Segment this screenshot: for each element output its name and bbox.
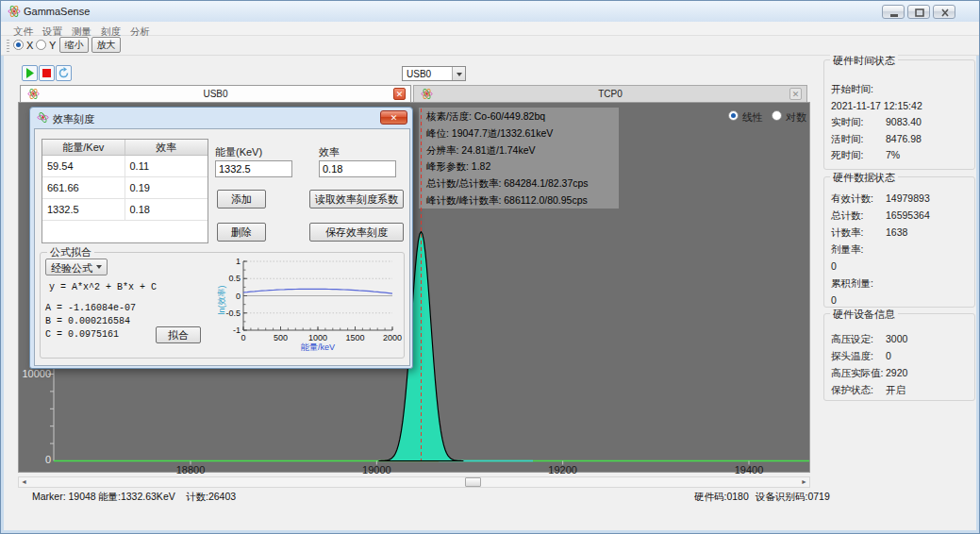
status-label: 总计数:: [831, 209, 863, 223]
status-value: 3000: [886, 333, 907, 344]
status-device-code: 设备识别码:0719: [756, 491, 830, 504]
status-row: 高压实际值:2920: [824, 367, 974, 384]
minimize-button[interactable]: [882, 5, 905, 19]
stop-button[interactable]: [39, 65, 55, 81]
status-row: 高压设定:3000: [824, 333, 974, 350]
cell: 0.19: [125, 177, 208, 198]
tab-tcp0-label: TCP0: [414, 89, 806, 99]
status-energy: 能量:1332.63KeV: [98, 491, 175, 504]
status-row: 计数率:1638: [824, 226, 974, 243]
group-title: 硬件设备信息: [830, 308, 898, 322]
stop-icon: [40, 66, 54, 80]
zoom-in-button[interactable]: 放大: [91, 37, 121, 53]
status-label: 0: [831, 294, 837, 306]
axis-x-label: X: [26, 40, 33, 51]
cell: 59.54: [42, 156, 125, 176]
svg-text:0: 0: [236, 292, 241, 301]
scale-linear-radio[interactable]: [728, 110, 739, 121]
delete-button[interactable]: 删除: [217, 223, 266, 242]
table-row-0[interactable]: 59.540.11: [42, 156, 208, 177]
status-row: 0: [824, 260, 974, 277]
status-hw-code: 硬件码:0180: [694, 491, 749, 504]
save-calibration-button[interactable]: 保存效率刻度: [309, 223, 404, 242]
tab-usb0[interactable]: USB0 ✕: [20, 85, 411, 102]
refresh-button[interactable]: [56, 65, 72, 81]
tab-tcp0[interactable]: TCP0 ✕: [413, 85, 807, 102]
scrollbar-thumb[interactable]: [465, 477, 481, 487]
overlay-line-0: 核素/活度: Co-60/449.82bq: [419, 108, 619, 125]
overlay-line-3: 峰形参数: 1.82: [419, 158, 619, 175]
table-row-1[interactable]: 661.660.19: [42, 177, 208, 199]
status-label: 剂量率:: [831, 243, 863, 257]
tab-tcp0-close-icon[interactable]: ✕: [789, 88, 802, 100]
dialog-close-button[interactable]: ✕: [380, 110, 407, 125]
toolbar: X Y 缩小 放大: [1, 36, 979, 56]
status-label: 高压设定:: [831, 333, 873, 346]
peak-info-overlay: 核素/活度: Co-60/449.82bq峰位: 19047.7道/1332.6…: [419, 108, 619, 209]
energy-input-label: 能量(KeV): [215, 145, 262, 159]
toolbar-grip: [7, 40, 9, 52]
window-border-right: [976, 22, 979, 531]
device-select[interactable]: USB0: [402, 66, 466, 81]
svg-text:2000: 2000: [383, 333, 402, 342]
status-label: 死时间:: [831, 149, 863, 162]
tab-usb0-close-icon[interactable]: ✕: [393, 88, 406, 100]
read-coefficients-button[interactable]: 读取效率刻度系数: [309, 190, 404, 209]
formula-type-select[interactable]: 经验公式: [45, 259, 108, 275]
app-icon: [8, 5, 21, 18]
scale-log-label: 对数: [786, 110, 806, 125]
svg-text:0.5: 0.5: [228, 274, 241, 283]
horizontal-scrollbar[interactable]: ◄ ►: [18, 476, 810, 488]
cell: 1332.5: [42, 199, 125, 220]
overlay-line-4: 总计数/总计数率: 684284.1/82.37cps: [419, 175, 619, 192]
overlay-line-1: 峰位: 19047.7道/1332.61keV: [419, 125, 619, 142]
axis-y-radio[interactable]: [36, 40, 46, 50]
col-efficiency: 效率: [125, 140, 208, 155]
dialog-title: 效率刻度: [53, 112, 94, 126]
play-icon: [23, 66, 37, 80]
coef-c: C = 0.0975161: [45, 329, 119, 340]
svg-text:1000: 1000: [308, 333, 327, 342]
window-title: GammaSense: [24, 6, 90, 17]
svg-text:能量/keV: 能量/keV: [301, 342, 335, 352]
fit-button[interactable]: 拟合: [156, 326, 201, 343]
zoom-out-button[interactable]: 缩小: [59, 37, 89, 53]
status-value: 2920: [886, 367, 907, 378]
svg-text:1500: 1500: [345, 333, 364, 342]
cell: 661.66: [42, 177, 125, 198]
status-row: 剂量率:: [824, 243, 974, 260]
calibration-table-header: 能量/Kev 效率: [42, 140, 208, 156]
status-row: 总计数:16595364: [824, 209, 974, 226]
window-border-bottom: [1, 530, 979, 533]
scroll-right-arrow-icon[interactable]: ►: [799, 477, 809, 487]
scroll-left-arrow-icon[interactable]: ◄: [19, 477, 29, 487]
chevron-down-icon: [452, 67, 465, 80]
status-count: 计数:26403: [186, 491, 236, 504]
status-value: 1638: [886, 226, 907, 238]
menubar: 文件设置测量刻度分析: [1, 22, 979, 36]
maximize-button[interactable]: [907, 5, 930, 19]
status-value: 9083.40: [886, 116, 922, 127]
status-label: 高压实际值:: [831, 367, 883, 380]
scale-log-radio[interactable]: [772, 110, 782, 121]
start-button[interactable]: [22, 65, 38, 81]
titlebar: GammaSense: [1, 1, 979, 22]
svg-text:500: 500: [274, 333, 288, 342]
status-row: 保护状态:开启: [824, 384, 974, 401]
status-row: 累积剂量:: [824, 277, 974, 294]
formula-fit-group-label: 公式拟合: [47, 245, 94, 259]
efficiency-calibration-dialog[interactable]: 效率刻度 ✕ 能量/Kev 效率 59.540.11661.660.191332…: [29, 107, 413, 369]
y-tick-0: 0: [21, 454, 51, 465]
energy-input[interactable]: [215, 160, 292, 177]
overlay-line-2: 分辨率: 24.81道/1.74keV: [419, 142, 619, 159]
add-button[interactable]: 添加: [217, 190, 266, 209]
calibration-table[interactable]: 能量/Kev 效率 59.540.11661.660.191332.50.18: [42, 139, 208, 243]
status-marker: Marker: 19048: [32, 491, 96, 502]
table-row-2[interactable]: 1332.50.18: [42, 199, 208, 221]
efficiency-input[interactable]: [319, 160, 396, 177]
group-1: 硬件数据状态有效计数:14979893总计数:16595364计数率:1638剂…: [823, 176, 975, 308]
status-row: 探头温度:0: [824, 350, 974, 367]
overlay-line-5: 峰计数/峰计数率: 686112.0/80.95cps: [419, 192, 619, 209]
close-button[interactable]: [933, 5, 955, 19]
axis-x-radio[interactable]: [13, 40, 24, 50]
